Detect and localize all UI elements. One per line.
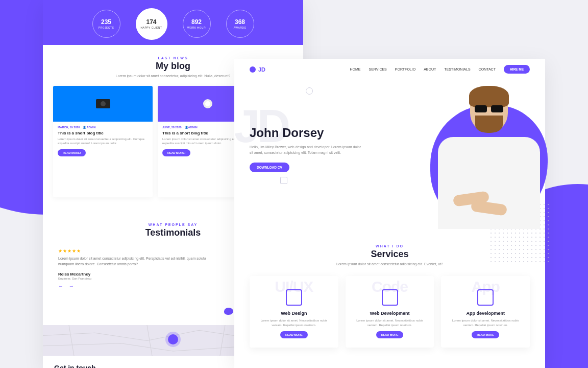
nav-about[interactable]: ABOUT xyxy=(424,67,436,71)
blog-card[interactable]: MARCH, 19 2020👤ADMIN This is a short blo… xyxy=(53,86,153,198)
read-more-button[interactable]: READ MORE xyxy=(280,331,308,338)
download-cv-button[interactable]: DOWNLOAD CV xyxy=(250,163,289,172)
right-mockup: JD HOME SERVICES PORTFOLIO ABOUT TESTIMO… xyxy=(234,59,545,368)
nav-testimonials[interactable]: TESTIMONIALS xyxy=(444,67,470,71)
service-card[interactable]: UI/UX Web Design Lorem ipsum dolor sit a… xyxy=(250,276,338,348)
blog-image xyxy=(53,86,153,122)
testi-nav[interactable]: ← → xyxy=(58,283,222,289)
cup-icon xyxy=(203,99,212,108)
stat-projects: 235PROJECTS xyxy=(92,10,120,38)
testi-role: Engineer, San Francisco xyxy=(58,277,222,280)
hero-desc: Hello, I'm Miley Brewer, web design and … xyxy=(250,144,362,155)
read-more-button[interactable]: READ MORE! xyxy=(162,149,190,156)
services-title: Services xyxy=(250,249,530,260)
stat-clients: 174HAPPY CLIENT xyxy=(136,8,167,40)
app-dev-icon xyxy=(477,289,494,306)
get-in-touch-heading: Get in touch xyxy=(54,364,96,368)
stats-bar: 235PROJECTS 174HAPPY CLIENT 892WORK HOUR… xyxy=(43,0,303,45)
testi-quote: Lorem ipsum dolor sit amet consectetur a… xyxy=(58,256,222,267)
nav-services[interactable]: SERVICES xyxy=(369,67,387,71)
logo-icon xyxy=(250,66,256,73)
service-card[interactable]: Code Web Development Lorem ipsum dolor s… xyxy=(346,276,434,348)
testi-name: Reiss Mccartney xyxy=(58,272,222,277)
read-more-button[interactable]: READ MORE! xyxy=(58,149,86,156)
stars-icon: ★★★★★ xyxy=(58,248,222,254)
stat-awards: 368AWARDS xyxy=(226,10,254,38)
map-pin-icon xyxy=(168,334,178,344)
read-more-button[interactable]: READ MORE xyxy=(472,331,499,338)
read-more-button[interactable]: READ MORE xyxy=(376,331,404,338)
nav-home[interactable]: HOME xyxy=(350,67,361,71)
navbar: JD HOME SERVICES PORTFOLIO ABOUT TESTIMO… xyxy=(234,59,545,80)
hire-me-button[interactable]: HIRE ME xyxy=(504,65,530,74)
web-design-icon xyxy=(286,289,302,306)
service-card[interactable]: App App development Lorem ipsum dolor si… xyxy=(441,276,530,348)
nav-portfolio[interactable]: PORTFOLIO xyxy=(395,67,415,71)
hero-section: JD ✕ John Dorsey Hello, I'm Miley Brewer… xyxy=(234,80,545,233)
nav-contact[interactable]: CONTACT xyxy=(479,67,496,71)
logo[interactable]: JD xyxy=(250,66,265,73)
stat-hours: 892WORK HOUR xyxy=(183,10,211,38)
camera-icon xyxy=(96,99,110,108)
services-sub: Lorem ipsum dolor sit amet consectetur a… xyxy=(250,262,530,267)
web-dev-icon xyxy=(382,289,398,306)
